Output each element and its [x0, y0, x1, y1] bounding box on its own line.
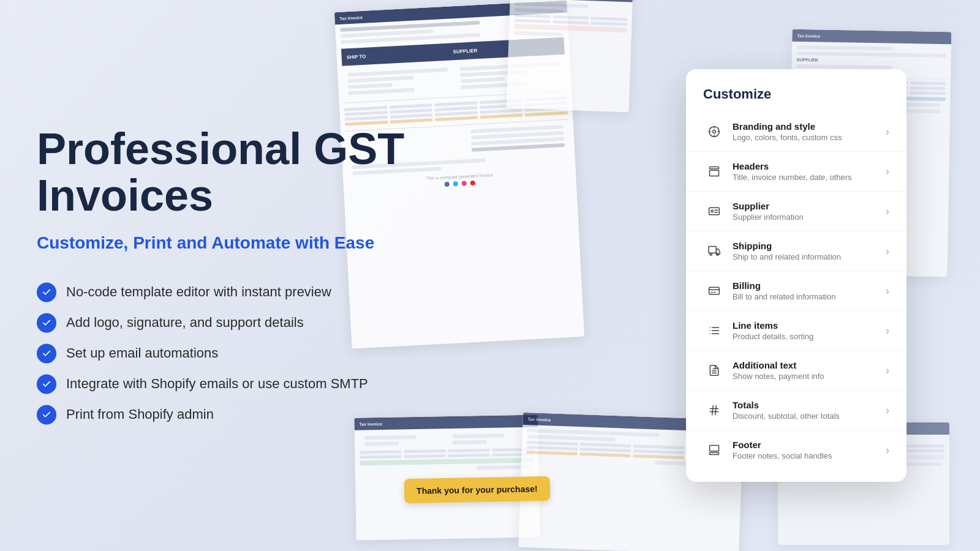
hero-section: Professional GST Invoices Customize, Pri… — [37, 126, 404, 424]
thank-you-badge: Thank you for your purchase! — [404, 476, 550, 503]
panel-item-shipping-text: Shipping Ship to and related information — [733, 241, 886, 261]
panel-item-branding[interactable]: Branding and style Logo, colors, fonts, … — [686, 112, 907, 152]
check-icon — [37, 283, 56, 302]
chevron-right-icon: › — [886, 206, 889, 217]
panel-item-desc: Bill to and related information — [733, 292, 886, 301]
svg-line-30 — [712, 406, 714, 415]
features-list: No-code template editor with instant pre… — [37, 283, 404, 425]
palette-icon — [703, 121, 725, 143]
check-icon — [37, 375, 56, 394]
panel-item-headers[interactable]: Headers Title, invoice number, date, oth… — [686, 152, 907, 192]
panel-item-title: Headers — [733, 161, 886, 171]
svg-point-24 — [710, 333, 711, 334]
svg-rect-8 — [709, 208, 720, 215]
check-icon — [37, 313, 56, 333]
svg-rect-6 — [710, 167, 719, 169]
chevron-right-icon: › — [886, 365, 889, 376]
svg-point-23 — [710, 330, 711, 331]
chevron-right-icon: › — [886, 405, 889, 416]
panel-item-title: Line items — [733, 320, 886, 331]
invoice-preview-2: Tax Invoice — [507, 0, 633, 112]
panel-item-desc: Title, invoice number, date, others — [733, 173, 886, 182]
panel-item-title: Supplier — [733, 201, 886, 211]
feature-item: No-code template editor with instant pre… — [37, 283, 404, 302]
feature-text: No-code template editor with instant pre… — [66, 285, 331, 301]
panel-item-desc: Footer notes, social handles — [733, 451, 886, 460]
svg-line-31 — [715, 406, 717, 415]
check-icon — [37, 344, 56, 364]
customize-panel: Customize Branding and style Logo, color… — [686, 69, 907, 482]
svg-point-22 — [710, 327, 711, 328]
chevron-right-icon: › — [886, 166, 889, 177]
panel-item-title: Totals — [733, 400, 886, 410]
panel-item-headers-text: Headers Title, invoice number, date, oth… — [733, 161, 886, 182]
chevron-right-icon: › — [886, 246, 889, 257]
panel-item-title: Footer — [733, 440, 886, 450]
svg-point-1 — [713, 130, 716, 133]
panel-item-totals[interactable]: Totals Discount, subtotal, other totals … — [686, 391, 907, 430]
footer-icon — [703, 439, 725, 461]
panel-item-supplier-text: Supplier Supplier information — [733, 201, 886, 222]
panel-item-desc: Ship to and related information — [733, 252, 886, 261]
subtitle: Customize, Print and Automate with Ease — [37, 234, 404, 253]
main-title: Professional GST Invoices — [37, 126, 404, 219]
panel-item-title: Branding and style — [733, 121, 886, 132]
feature-text: Set up email automations — [66, 346, 218, 362]
chevron-right-icon: › — [886, 444, 889, 455]
svg-point-9 — [711, 210, 713, 212]
feature-text: Print from Shopify admin — [66, 407, 214, 423]
svg-rect-15 — [709, 287, 720, 294]
list-icon — [703, 320, 725, 342]
panel-item-supplier[interactable]: Supplier Supplier information › — [686, 192, 907, 231]
feature-item: Set up email automations — [37, 344, 404, 364]
panel-item-desc: Show notes, payment info — [733, 372, 886, 381]
panel-item-desc: Discount, subtotal, other totals — [733, 411, 886, 421]
chevron-right-icon: › — [886, 126, 889, 137]
feature-item: Integrate with Shopify emails or use cus… — [37, 375, 404, 394]
panel-item-line-items[interactable]: Line items Product details, sorting › — [686, 311, 907, 351]
truck-icon — [703, 240, 725, 262]
chevron-right-icon: › — [886, 325, 889, 336]
feature-item: Print from Shopify admin — [37, 405, 404, 425]
panel-item-desc: Supplier information — [733, 212, 886, 222]
panel-item-billing-text: Billing Bill to and related information — [733, 280, 886, 301]
panel-item-branding-text: Branding and style Logo, colors, fonts, … — [733, 121, 886, 142]
hash-icon — [703, 399, 725, 421]
panel-title: Customize — [686, 86, 907, 102]
feature-text: Integrate with Shopify emails or use cus… — [66, 377, 368, 392]
chevron-right-icon: › — [886, 285, 889, 296]
panel-item-desc: Logo, colors, fonts, custom css — [733, 133, 886, 142]
panel-item-additional-text[interactable]: Additional text Show notes, payment info… — [686, 351, 907, 391]
panel-item-shipping[interactable]: Shipping Ship to and related information… — [686, 231, 907, 271]
svg-rect-7 — [710, 170, 719, 176]
svg-point-13 — [710, 253, 712, 255]
panel-item-line-items-text: Line items Product details, sorting — [733, 320, 886, 341]
panel-item-title: Additional text — [733, 360, 886, 370]
panel-item-billing[interactable]: Billing Bill to and related information … — [686, 271, 907, 311]
panel-item-desc: Product details, sorting — [733, 332, 886, 341]
file-text-icon — [703, 359, 725, 381]
layout-icon — [703, 160, 725, 182]
check-icon — [37, 405, 56, 425]
credit-card-icon — [703, 280, 725, 302]
panel-item-footer[interactable]: Footer Footer notes, social handles › — [686, 430, 907, 470]
feature-item: Add logo, signature, and support details — [37, 313, 404, 333]
svg-rect-12 — [709, 247, 717, 253]
panel-item-totals-text: Totals Discount, subtotal, other totals — [733, 400, 886, 421]
svg-rect-33 — [710, 452, 719, 454]
panel-item-title: Billing — [733, 280, 886, 291]
panel-item-title: Shipping — [733, 241, 886, 251]
panel-item-footer-text: Footer Footer notes, social handles — [733, 440, 886, 460]
invoice-preview-4: Tax Invoice — [354, 414, 540, 540]
panel-item-additional-text-text: Additional text Show notes, payment info — [733, 360, 886, 381]
id-card-icon — [703, 200, 725, 222]
feature-text: Add logo, signature, and support details — [66, 315, 304, 331]
svg-rect-32 — [710, 446, 719, 451]
